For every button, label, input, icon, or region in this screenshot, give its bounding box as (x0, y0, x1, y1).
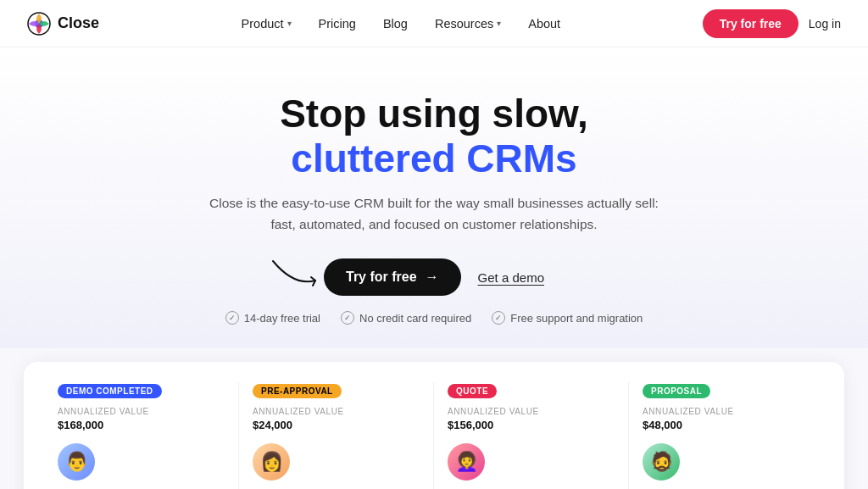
badge-free-support: ✓ Free support and migration (492, 311, 643, 325)
badge-no-credit-card: ✓ No credit card required (341, 311, 471, 325)
avatar: 🧔 (643, 443, 680, 481)
nav-item-resources[interactable]: Resources ▾ (423, 12, 513, 36)
nav-menu: Product ▾ Pricing Blog Resources ▾ About (230, 12, 573, 36)
hero-section: Stop using slow, cluttered CRMs Close is… (0, 47, 868, 348)
logo[interactable]: Close (27, 12, 99, 36)
crm-cards-panel: DEMO COMPLETED ANNUALIZED VALUE $168,000… (24, 362, 844, 489)
nav-item-pricing[interactable]: Pricing (307, 12, 368, 36)
card-function-water: PROPOSAL ANNUALIZED VALUE $48,000 🧔 Func… (629, 382, 824, 489)
crm-cards-grid: DEMO COMPLETED ANNUALIZED VALUE $168,000… (44, 382, 824, 489)
status-badge-proposal: PROPOSAL (643, 384, 710, 398)
hero-subtext: Close is the easy-to-use CRM built for t… (205, 193, 663, 236)
avatar: 👩 (253, 443, 290, 481)
hero-try-free-button[interactable]: Try for free → (324, 258, 461, 296)
badge-free-trial: ✓ 14-day free trial (225, 311, 320, 325)
chevron-down-icon: ▾ (497, 19, 501, 28)
hero-headline: Stop using slow, cluttered CRMs (17, 92, 851, 181)
check-icon: ✓ (341, 311, 354, 325)
chevron-down-icon: ▾ (287, 19, 292, 28)
nav-actions: Try for free Log in (703, 9, 841, 38)
status-badge-demo: DEMO COMPLETED (58, 384, 162, 398)
avatar: 👨 (58, 443, 95, 481)
hero-demo-button[interactable]: Get a demo (478, 270, 544, 285)
check-icon: ✓ (225, 311, 239, 325)
hero-feature-badges: ✓ 14-day free trial ✓ No credit card req… (17, 311, 851, 325)
card-morrison: DEMO COMPLETED ANNUALIZED VALUE $168,000… (44, 382, 239, 489)
nav-item-about[interactable]: About (516, 12, 572, 36)
status-badge-quote: QUOTE (448, 384, 497, 398)
nav-item-blog[interactable]: Blog (371, 12, 420, 36)
nav-try-free-button[interactable]: Try for free (703, 9, 798, 38)
close-logo-icon (27, 12, 51, 36)
arrow-right-icon: → (426, 270, 439, 285)
hero-cta-group: Try for free → Get a demo (17, 258, 851, 296)
hero-headline-line1: Stop using slow, (280, 92, 588, 136)
navigation: Close Product ▾ Pricing Blog Resources ▾… (0, 0, 868, 47)
hero-headline-line2: cluttered CRMs (291, 136, 576, 181)
card-digital-ocean: PRE-APPROVAL ANNUALIZED VALUE $24,000 👩 … (239, 382, 434, 489)
avatar: 👩‍🦱 (448, 443, 485, 481)
check-icon: ✓ (492, 311, 505, 325)
nav-login-button[interactable]: Log in (809, 17, 841, 31)
arrow-icon (269, 257, 337, 287)
nav-item-product[interactable]: Product ▾ (230, 12, 303, 36)
logo-text: Close (58, 14, 99, 32)
status-badge-preapproval: PRE-APPROVAL (253, 384, 342, 398)
card-byteball: QUOTE ANNUALIZED VALUE $156,000 👩‍🦱 Byte… (434, 382, 629, 489)
